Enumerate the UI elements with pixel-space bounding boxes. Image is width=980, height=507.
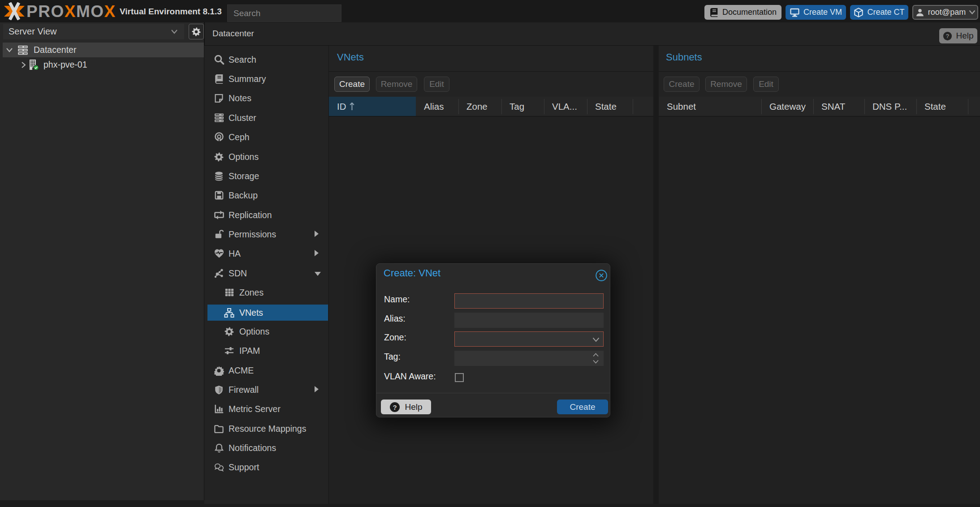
svg-text:?: ? [946,33,950,39]
svg-text:?: ? [393,403,397,411]
